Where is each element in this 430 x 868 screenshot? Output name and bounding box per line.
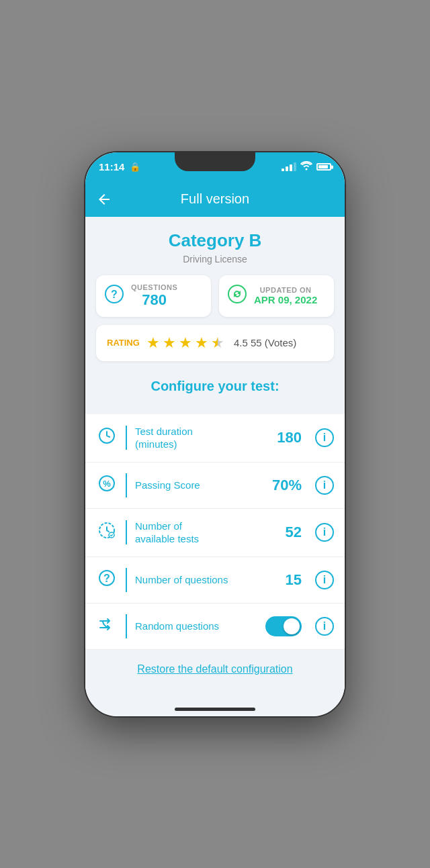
- updated-value: APR 09, 2022: [254, 294, 317, 305]
- test-duration-value: 180: [277, 429, 302, 446]
- random-questions-toggle[interactable]: [265, 616, 302, 636]
- home-indicator: [175, 708, 255, 711]
- star-1: ★: [146, 334, 160, 352]
- available-tests-label: Number ofavailable tests: [135, 520, 277, 546]
- svg-text:?: ?: [103, 573, 110, 584]
- random-questions-info-button[interactable]: i: [315, 617, 334, 636]
- star-2: ★: [163, 334, 176, 352]
- back-button[interactable]: [96, 191, 112, 207]
- svg-text:?: ?: [111, 289, 118, 300]
- svg-point-7: [109, 532, 114, 538]
- updated-label: UPDATED ON: [254, 286, 317, 294]
- available-tests-value: 52: [286, 524, 302, 541]
- passing-score-label: Passing Score: [135, 479, 264, 492]
- content-area: Category B Driving License ? QUESTIONS 7…: [85, 217, 345, 718]
- available-tests-info-button[interactable]: i: [315, 523, 334, 542]
- category-title: Category B: [96, 230, 334, 251]
- configure-title: Configure your test:: [96, 372, 334, 407]
- phone-frame: 11:14 🔒 Full ve: [84, 151, 346, 718]
- settings-list: Test duration(minutes) 180 i % Passing S…: [85, 414, 345, 650]
- percent-icon: %: [96, 475, 118, 496]
- num-questions-info-button[interactable]: i: [315, 571, 334, 589]
- row-divider: [126, 614, 127, 638]
- test-duration-label: Test duration(minutes): [135, 425, 269, 451]
- rating-card: RATING ★ ★ ★ ★ ★ 4.5 55 (Votes): [96, 325, 334, 361]
- updated-card: UPDATED ON APR 09, 2022: [219, 275, 334, 317]
- num-questions-row[interactable]: ? Number of questions 15 i: [85, 557, 345, 604]
- row-divider: [126, 473, 127, 497]
- notch: [175, 152, 255, 171]
- random-questions-label: Random questions: [135, 620, 257, 633]
- wifi-icon: [300, 161, 312, 173]
- header-section: Category B Driving License ? QUESTIONS 7…: [85, 217, 345, 414]
- questions-card: ? QUESTIONS 780: [96, 275, 211, 317]
- test-duration-row[interactable]: Test duration(minutes) 180 i: [85, 414, 345, 463]
- star-4: ★: [195, 334, 208, 352]
- star-3: ★: [179, 334, 192, 352]
- row-divider: [126, 568, 127, 592]
- rating-score: 4.5 55 (Votes): [234, 337, 296, 348]
- available-tests-row[interactable]: Number ofavailable tests 52 i: [85, 509, 345, 557]
- category-subtitle: Driving License: [96, 254, 334, 264]
- random-questions-row[interactable]: Random questions i: [85, 604, 345, 650]
- refresh-icon: [227, 284, 247, 308]
- time-display: 11:14: [99, 161, 124, 173]
- signal-icon: [282, 162, 296, 171]
- restore-default-link[interactable]: Restore the default configuration: [137, 663, 292, 675]
- info-cards: ? QUESTIONS 780: [96, 275, 334, 317]
- stars-display: ★ ★ ★ ★ ★: [146, 334, 224, 352]
- question-icon: ?: [96, 569, 118, 591]
- passing-score-row[interactable]: % Passing Score 70% i: [85, 463, 345, 509]
- page-title: Full version: [181, 191, 249, 207]
- battery-icon: [316, 163, 331, 171]
- num-questions-value: 15: [286, 571, 302, 589]
- clock-icon: [96, 427, 118, 448]
- questions-label: QUESTIONS: [131, 283, 177, 291]
- top-nav-bar: Full version: [85, 182, 345, 217]
- question-circle-icon: ?: [104, 284, 124, 308]
- passing-score-value: 70%: [272, 477, 302, 494]
- svg-text:%: %: [103, 479, 111, 489]
- questions-value: 780: [131, 291, 177, 309]
- star-5: ★: [211, 334, 224, 352]
- row-divider: [126, 426, 127, 450]
- shuffle-icon: [96, 616, 118, 637]
- passing-score-info-button[interactable]: i: [315, 476, 334, 495]
- restore-section: Restore the default configuration: [85, 650, 345, 689]
- num-questions-label: Number of questions: [135, 573, 277, 587]
- row-divider: [126, 520, 127, 544]
- status-icons: [282, 161, 331, 173]
- test-duration-info-button[interactable]: i: [315, 428, 334, 447]
- timer-edit-icon: [96, 522, 118, 543]
- rating-label: RATING: [107, 338, 140, 348]
